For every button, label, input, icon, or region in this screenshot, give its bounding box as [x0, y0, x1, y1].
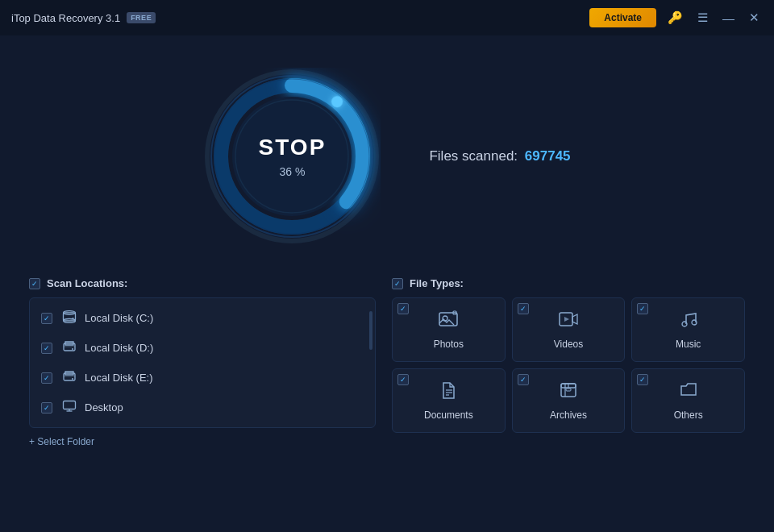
bottom-section: Scan Locations: Local Disk (C:) — [29, 277, 745, 447]
donut-chart: STOP 36 % — [203, 68, 381, 245]
location-item-c[interactable]: Local Disk (C:) — [30, 303, 375, 333]
file-type-others[interactable]: Others — [631, 368, 745, 433]
location-d-checkbox[interactable] — [41, 343, 52, 354]
free-badge: FREE — [127, 12, 156, 23]
others-icon — [678, 380, 699, 405]
donut-center: STOP 36 % — [259, 135, 327, 178]
file-types-checkbox[interactable] — [392, 278, 403, 289]
file-type-archives[interactable]: Archives — [512, 368, 626, 433]
file-types-header: File Types: — [392, 277, 745, 289]
percent-label: 36 % — [259, 165, 327, 178]
music-icon — [678, 310, 699, 334]
location-item-e[interactable]: Local Disk (E:) — [30, 363, 375, 393]
file-types-title: File Types: — [410, 277, 464, 289]
videos-label: Videos — [554, 339, 583, 350]
scan-locations-panel: Scan Locations: Local Disk (C:) — [29, 277, 376, 447]
videos-checkbox[interactable] — [518, 303, 529, 314]
others-label: Others — [674, 409, 703, 421]
svg-rect-36 — [566, 389, 571, 391]
location-e-checkbox[interactable] — [41, 372, 52, 384]
files-count: 697745 — [525, 148, 571, 164]
scan-locations-header: Scan Locations: — [29, 277, 376, 289]
documents-icon — [438, 380, 459, 405]
file-type-videos[interactable]: Videos — [512, 297, 626, 362]
scan-locations-checkbox[interactable] — [29, 278, 40, 289]
svg-point-15 — [72, 348, 73, 350]
others-checkbox[interactable] — [637, 374, 648, 385]
photos-label: Photos — [434, 339, 464, 350]
titlebar-left: iTop Data Recovery 3.1 FREE — [11, 12, 156, 24]
location-item-d[interactable]: Local Disk (D:) — [30, 333, 375, 363]
location-desktop-label: Desktop — [85, 401, 123, 414]
videos-icon — [558, 310, 579, 334]
close-icon[interactable]: ✕ — [746, 9, 763, 27]
music-checkbox[interactable] — [637, 303, 648, 314]
svg-point-18 — [72, 378, 73, 380]
archives-icon — [558, 380, 579, 405]
photos-checkbox[interactable] — [397, 303, 409, 314]
main-content: STOP 36 % Files scanned: 697745 Scan Loc… — [0, 35, 774, 463]
file-type-music[interactable]: Music — [631, 297, 745, 362]
activate-button[interactable]: Activate — [589, 8, 656, 27]
photos-icon — [438, 310, 459, 334]
disk-c-icon — [62, 310, 77, 326]
location-d-label: Local Disk (D:) — [85, 342, 153, 354]
titlebar-right: Activate 🔑 ☰ — ✕ — [589, 8, 763, 27]
disk-d-icon — [62, 340, 77, 355]
app-title: iTop Data Recovery 3.1 — [11, 12, 120, 24]
disk-e-icon — [62, 370, 77, 385]
documents-label: Documents — [424, 409, 473, 421]
locations-list: Local Disk (C:) Local Disk (D:) — [29, 297, 376, 428]
music-label: Music — [676, 339, 701, 350]
desktop-icon — [62, 400, 77, 415]
files-info: Files scanned: 697745 — [429, 148, 570, 164]
svg-rect-19 — [64, 401, 76, 409]
file-types-panel: File Types: Photos — [392, 277, 745, 447]
minimize-icon[interactable]: — — [719, 10, 738, 27]
documents-checkbox[interactable] — [397, 374, 409, 385]
stop-label[interactable]: STOP — [259, 135, 327, 160]
svg-marker-26 — [564, 317, 569, 322]
archives-checkbox[interactable] — [518, 374, 529, 385]
file-type-documents[interactable]: Documents — [392, 368, 506, 433]
scan-locations-title: Scan Locations: — [47, 277, 127, 289]
select-folder-button[interactable]: + Select Folder — [29, 436, 376, 447]
file-type-photos[interactable]: Photos — [392, 297, 506, 362]
location-e-label: Local Disk (E:) — [85, 372, 153, 384]
scan-area: STOP 36 % Files scanned: 697745 — [29, 52, 745, 253]
archives-label: Archives — [550, 409, 587, 421]
select-folder-label: + Select Folder — [29, 436, 94, 447]
menu-icon[interactable]: ☰ — [694, 9, 711, 27]
file-types-grid: Photos Videos — [392, 297, 745, 433]
location-c-checkbox[interactable] — [41, 313, 52, 324]
location-item-desktop[interactable]: Desktop — [30, 393, 375, 422]
location-c-label: Local Disk (C:) — [85, 312, 153, 324]
key-icon[interactable]: 🔑 — [664, 9, 686, 27]
location-desktop-checkbox[interactable] — [41, 402, 52, 414]
titlebar: iTop Data Recovery 3.1 FREE Activate 🔑 ☰… — [0, 0, 774, 35]
files-scanned-label: Files scanned: — [429, 148, 518, 164]
svg-point-12 — [73, 318, 74, 319]
